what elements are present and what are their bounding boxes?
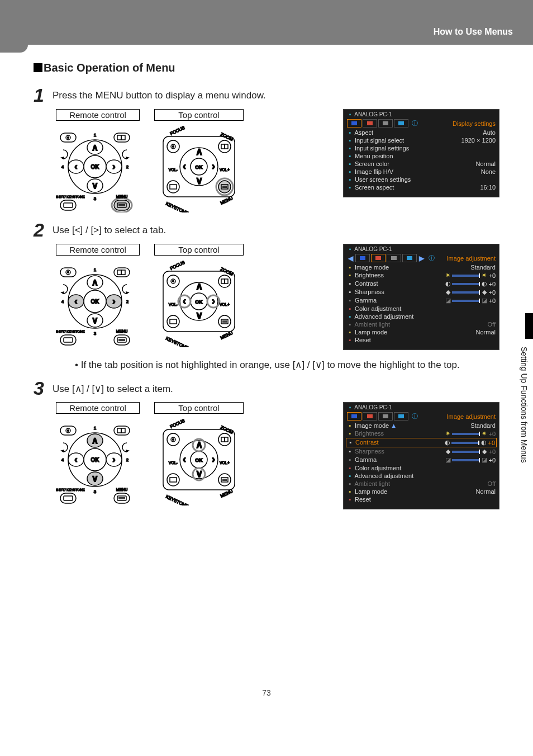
menu-item-row: ▪ Ambient lightOff	[344, 480, 499, 488]
menu-item-row: ▪ Contrast◐ ◐ +0	[346, 438, 497, 447]
svg-text:∧: ∧	[92, 277, 98, 287]
step-2-note: If the tab position is not highlighted i…	[75, 359, 499, 371]
svg-rect-132	[114, 426, 130, 435]
svg-text:D.SHIFT/
KEYSTONE: D.SHIFT/ KEYSTONE	[56, 488, 85, 492]
svg-text:∧: ∧	[196, 281, 203, 292]
menu-item-row: ▪ Lamp modeNormal	[344, 488, 499, 495]
menu-item-row: ▪ Image modeStandard	[344, 263, 499, 271]
menu-item-row: ▪ Reset	[344, 336, 499, 344]
svg-text:VOL+: VOL+	[220, 303, 230, 306]
remote-col: Remote control OK ∧ ∨ ‹ › 1 2 3 4	[56, 109, 140, 212]
step-3: 3 Use [∧] / [∨] to select a item.	[34, 380, 499, 398]
svg-text:MENU: MENU	[116, 488, 128, 492]
step-3-num: 3	[34, 379, 53, 398]
svg-text:1: 1	[94, 267, 97, 272]
menu-header: ▪ ANALOG PC-1	[344, 110, 499, 118]
svg-rect-138	[114, 493, 130, 503]
menu-tab	[347, 412, 361, 420]
step-2-text: Use [<] / [>] to select a tab.	[53, 225, 166, 236]
top-col: Top control OK ∧ ∨ ‹ › FOCUS ZOOM KEYSTO…	[154, 402, 244, 505]
menu-tab	[363, 412, 377, 420]
svg-rect-81	[114, 335, 130, 345]
side-black-tab	[525, 313, 533, 339]
menu-item-row: ▪ User screen settings	[344, 176, 499, 183]
menu-item-row: ▪ Color adjustment	[344, 464, 499, 472]
menu-item-row: ▪ Sharpness◆ ◆ +0	[344, 447, 499, 456]
svg-text:FOCUS: FOCUS	[169, 125, 185, 136]
menu-item-row: ▪ Contrast◐ ◐ +0	[344, 280, 499, 288]
svg-text:KEYSTONE: KEYSTONE	[165, 494, 189, 505]
svg-text:∨: ∨	[92, 315, 98, 325]
svg-text:‹: ‹	[74, 455, 77, 464]
svg-text:OK: OK	[195, 457, 203, 463]
svg-point-74	[68, 272, 69, 273]
menu-tab	[363, 119, 377, 127]
top-col: Top control OK ∧ ∨ ‹ › FOCUS ZOOM KEYSTO…	[154, 244, 244, 347]
menu-tab	[394, 412, 408, 420]
menu-item-row: ▪ Reset	[344, 495, 499, 503]
svg-point-44	[167, 181, 179, 193]
section-title: Basic Operation of Menu	[34, 62, 499, 74]
top-label: Top control	[154, 244, 244, 256]
svg-rect-75	[114, 268, 130, 277]
svg-text:OK: OK	[91, 164, 100, 170]
remote-label: Remote control	[56, 402, 140, 414]
svg-rect-78	[60, 335, 76, 345]
menu-tab	[394, 119, 408, 127]
menu-screenshot-3: ▪ ANALOG PC-1ⓘImage adjustment▪ Image mo…	[343, 402, 499, 509]
step-1-num: 1	[34, 86, 53, 105]
top-control-diagram: OK ∧ ∨ ‹ › FOCUS ZOOM KEYSTONE MENU VOL-…	[154, 123, 244, 212]
step-1-text: Press the MENU button to display a menu …	[53, 90, 266, 101]
svg-text:∧: ∧	[92, 436, 98, 445]
menu-item-row: ▪ Input signal settings	[344, 144, 499, 152]
header-corner	[0, 45, 28, 53]
menu-tab	[371, 254, 386, 262]
svg-rect-24	[114, 200, 130, 210]
remote-control-diagram: OK ∧ ∨ ‹ › 1 2 3 4 D.SHIFT/ K	[56, 123, 134, 212]
svg-point-155	[173, 439, 174, 441]
menu-item-row: ▪ Lamp modeNormal	[344, 328, 499, 336]
step-1: 1 Press the MENU button to display a men…	[34, 87, 499, 105]
menu-section-label: Image adjustment	[447, 413, 496, 420]
svg-point-98	[173, 281, 174, 282]
svg-text:1: 1	[94, 426, 97, 431]
menu-item-row: ▪ Brightness✷ ✷ +0	[344, 429, 499, 438]
svg-point-40	[173, 146, 174, 148]
svg-text:∨: ∨	[92, 474, 98, 483]
svg-text:MENU: MENU	[116, 329, 128, 333]
svg-text:1: 1	[94, 133, 97, 138]
svg-point-104	[218, 315, 231, 328]
top-col: Top control OK ∧ ∨ ‹ › FOCUS ZOOM KEYSTO…	[154, 109, 244, 212]
menu-item-row: ▪ Menu position	[344, 152, 499, 160]
svg-point-102	[167, 315, 179, 328]
menu-item-row: ▪ Ambient lightOff	[344, 320, 499, 328]
menu-screenshot-1: ▪ ANALOG PC-1ⓘDisplay settings▪ AspectAu…	[343, 109, 499, 197]
page-number: 73	[34, 688, 499, 697]
remote-control-diagram-lr: OK ∧ ∨ ‹ › 1 2 3 4 D.SHIFT/ K	[56, 258, 134, 347]
svg-text:VOL-: VOL-	[169, 461, 178, 465]
svg-text:4: 4	[61, 164, 64, 169]
svg-text:4: 4	[61, 457, 64, 462]
svg-text:D.SHIFT/
KEYSTONE: D.SHIFT/ KEYSTONE	[56, 195, 85, 199]
header-bar: How to Use Menus	[0, 0, 533, 45]
remote-control-diagram-ud: OK ∧ ∨ ‹ › 1 2 3 4 D.SHIFT/ K	[56, 416, 134, 505]
menu-tab	[355, 254, 370, 262]
svg-text:‹: ‹	[74, 296, 77, 306]
svg-text:›: ›	[212, 160, 215, 172]
svg-text:›: ›	[212, 453, 215, 465]
remote-label: Remote control	[56, 109, 140, 121]
svg-text:VOL+: VOL+	[220, 461, 230, 465]
svg-rect-18	[114, 133, 130, 142]
svg-text:VOL+: VOL+	[220, 168, 230, 172]
menu-tab	[402, 254, 417, 262]
top-control-diagram-ud: OK ∧ ∨ ‹ › FOCUS ZOOM KEYSTONE MENU VOL-…	[154, 416, 244, 505]
black-square-icon	[34, 63, 42, 72]
menu-item-row: ▪ Brightness✷ ✷ +0	[344, 271, 499, 280]
svg-point-161	[218, 474, 231, 486]
svg-text:3: 3	[94, 331, 97, 336]
menu-item-row: ▪ Advanced adjustment	[344, 313, 499, 320]
svg-text:‹: ‹	[74, 162, 77, 171]
svg-text:OK: OK	[91, 457, 100, 463]
menu-tab	[378, 412, 393, 420]
arrow-left-icon: ◀	[347, 254, 354, 262]
